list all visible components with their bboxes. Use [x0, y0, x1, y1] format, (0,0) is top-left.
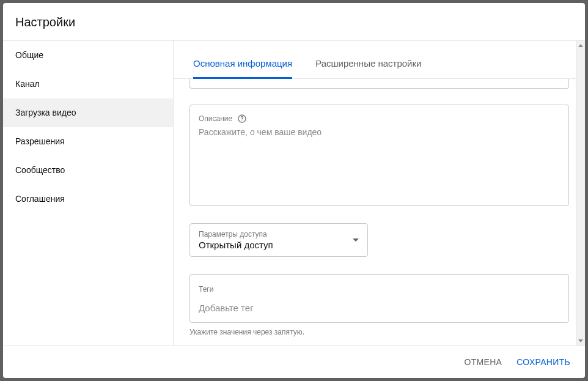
sidebar-item-agreements[interactable]: Соглашения [3, 185, 173, 213]
privacy-value: Открытый доступ [199, 240, 273, 250]
modal-header: Настройки [3, 3, 585, 41]
description-textarea[interactable] [199, 127, 560, 194]
scroll-up-button[interactable] [576, 41, 585, 50]
tags-label: Теги [199, 285, 213, 294]
tags-input[interactable] [199, 303, 560, 313]
sidebar-item-general[interactable]: Общие [3, 41, 173, 70]
privacy-select-col: Параметры доступа Открытый доступ [199, 230, 273, 250]
save-button[interactable]: СОХРАНИТЬ [516, 357, 570, 367]
cancel-button[interactable]: ОТМЕНА [465, 357, 502, 367]
arrow-down-icon [578, 339, 583, 342]
description-label: Описание [199, 114, 232, 123]
modal-body: Общие Канал Загрузка видео Разрешения Со… [3, 41, 585, 346]
privacy-label: Параметры доступа [199, 230, 273, 239]
content-tabs: Основная информация Расширенные настройк… [174, 41, 585, 79]
description-field[interactable]: Описание [189, 105, 569, 206]
svg-point-1 [242, 120, 243, 121]
description-label-row: Описание [199, 114, 560, 124]
tab-advanced-settings[interactable]: Расширенные настройки [315, 41, 421, 79]
modal-footer: ОТМЕНА СОХРАНИТЬ [3, 346, 585, 378]
tags-helper-text: Укажите значения через запятую. [189, 328, 569, 336]
content-wrap: Основная информация Расширенные настройк… [174, 41, 585, 346]
title-field-bottom[interactable] [189, 79, 569, 89]
content-scrollbar[interactable] [576, 41, 585, 346]
chevron-down-icon [353, 239, 359, 242]
settings-modal: Настройки Общие Канал Загрузка видео Раз… [3, 3, 585, 378]
sidebar-item-channel[interactable]: Канал [3, 70, 173, 98]
scroll-down-button[interactable] [576, 336, 585, 346]
settings-sidebar: Общие Канал Загрузка видео Разрешения Со… [3, 41, 174, 346]
privacy-select[interactable]: Параметры доступа Открытый доступ [189, 223, 368, 257]
modal-title: Настройки [15, 15, 573, 29]
tab-basic-info[interactable]: Основная информация [193, 41, 292, 79]
sidebar-item-community[interactable]: Сообщество [3, 156, 173, 185]
arrow-up-icon [578, 44, 583, 47]
sidebar-item-upload-defaults[interactable]: Загрузка видео [3, 98, 173, 127]
help-icon[interactable] [237, 114, 247, 124]
sidebar-item-permissions[interactable]: Разрешения [3, 127, 173, 156]
tags-field[interactable]: Теги [189, 274, 569, 323]
form-scroll-area[interactable]: Описание Параметры доступа [174, 79, 585, 346]
